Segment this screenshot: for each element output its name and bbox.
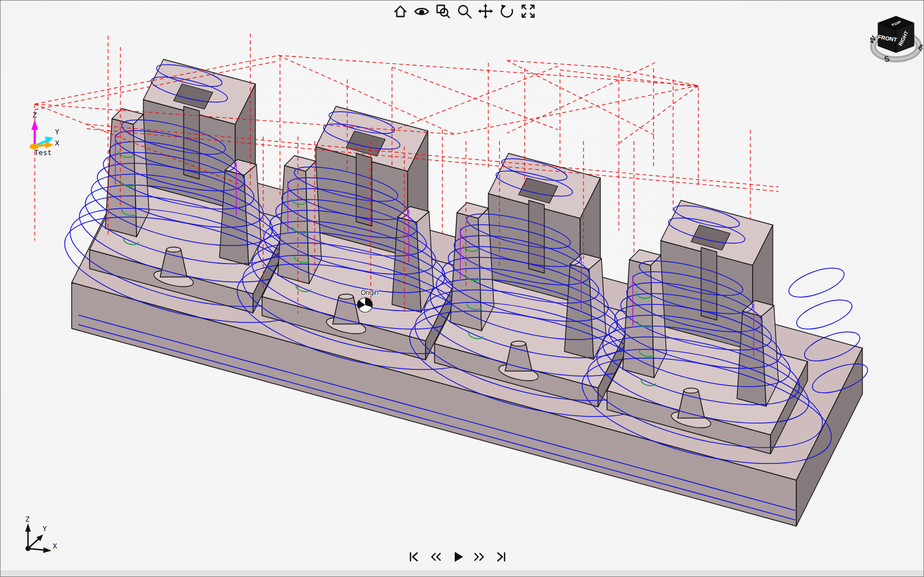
wcs-y-label: Y bbox=[55, 128, 59, 136]
wcs-triad: Z Y X Test bbox=[27, 107, 68, 157]
rotate-icon bbox=[498, 3, 515, 20]
pan-icon bbox=[477, 3, 494, 20]
zoom-window-icon bbox=[435, 3, 451, 20]
play-button[interactable] bbox=[449, 548, 466, 565]
world-z-label: Z bbox=[25, 516, 30, 523]
magnifier-icon bbox=[456, 3, 473, 20]
step-forward-button[interactable] bbox=[471, 548, 488, 565]
wcs-x-label: X bbox=[55, 139, 59, 147]
world-x-label: X bbox=[53, 542, 57, 550]
home-button[interactable] bbox=[391, 2, 410, 21]
step-forward-icon bbox=[472, 550, 487, 564]
viewport-3d[interactable] bbox=[0, 0, 924, 577]
skip-to-start-icon bbox=[407, 550, 421, 564]
bottom-strip bbox=[1, 571, 923, 576]
playback-controls bbox=[405, 548, 510, 565]
play-icon bbox=[450, 550, 465, 564]
rotate-button[interactable] bbox=[497, 2, 516, 21]
skip-to-end-icon bbox=[494, 550, 508, 564]
fit-button[interactable] bbox=[519, 2, 538, 21]
pan-button[interactable] bbox=[476, 2, 495, 21]
step-back-icon bbox=[428, 550, 443, 564]
world-y-label: Y bbox=[43, 524, 47, 533]
wcs-name-label: Test bbox=[34, 148, 52, 157]
zoom-button[interactable] bbox=[455, 2, 474, 21]
step-back-button[interactable] bbox=[427, 548, 444, 565]
skip-to-start-button[interactable] bbox=[405, 548, 422, 565]
expand-icon bbox=[520, 3, 536, 20]
view-cube[interactable]: TOP FRONT RIGHT W S E bbox=[870, 12, 923, 64]
compass-south-label: S bbox=[883, 54, 890, 64]
view-toolbar bbox=[391, 2, 538, 21]
eye-icon bbox=[413, 3, 430, 20]
world-triad: Z Y X bbox=[19, 516, 58, 554]
zoom-window-button[interactable] bbox=[433, 2, 452, 21]
view-button[interactable] bbox=[412, 2, 431, 21]
skip-to-end-button[interactable] bbox=[493, 548, 510, 565]
wcs-z-label: Z bbox=[32, 111, 37, 119]
home-icon bbox=[392, 3, 409, 20]
